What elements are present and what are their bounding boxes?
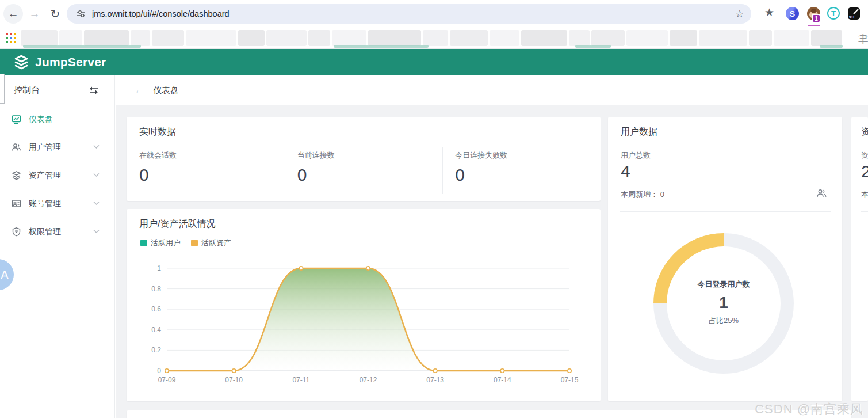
back-icon[interactable]: ← (3, 4, 23, 24)
legend-item-active-users[interactable]: 活跃用户 (140, 238, 181, 248)
reload-icon[interactable]: ↻ (45, 4, 65, 24)
sidebar-item-label: 仪表盘 (29, 115, 53, 125)
bookmark-item[interactable] (59, 30, 82, 46)
content-area: 实时数据 在线会话数 0 当前连接数 0 今日连接失败数 0 用户数据 用户总数 (116, 105, 868, 418)
metric-value: 0 (455, 165, 601, 185)
metric-failed-connections: 今日连接失败数 0 (442, 147, 601, 194)
bookmark-item[interactable] (186, 30, 236, 46)
users-group-icon (816, 188, 827, 198)
shield-icon (12, 227, 21, 237)
browser-toolbar: ← → ↻ jms.ownit.top/ui/#/console/dashboa… (0, 0, 868, 28)
chart-xtick-label: 07-15 (561, 376, 579, 384)
bookmark-item[interactable] (774, 30, 809, 46)
bookmark-highlight (23, 45, 141, 48)
bookmark-item[interactable] (368, 30, 421, 46)
sidebar-item-permissions[interactable]: 权限管理 (0, 218, 114, 246)
bookmark-item[interactable] (811, 30, 842, 46)
forward-icon[interactable]: → (25, 4, 44, 24)
chart-xtick-label: 07-10 (225, 376, 243, 384)
card-title: 实时数据 (139, 126, 176, 138)
divider (620, 211, 831, 212)
chart-marker (299, 267, 303, 270)
donut-sub: 占比25% (653, 316, 794, 326)
legend-item-active-assets[interactable]: 活跃资产 (191, 238, 231, 248)
page-back-icon[interactable]: ← (134, 84, 145, 97)
url-text[interactable]: jms.ownit.top/ui/#/console/dashboard (92, 9, 230, 18)
edge-panel-sliver (0, 74, 5, 104)
site-info-icon[interactable] (76, 9, 86, 19)
apps-grid-icon[interactable] (6, 33, 17, 44)
sidebar-item-label: 用户管理 (29, 142, 61, 153)
asset-total-label: 资 (861, 150, 868, 161)
user-data-card: 用户数据 用户总数 4 本周新增： 0 今日登录用户数 1 占比25% (608, 117, 842, 401)
sidebar-title: 控制台 (14, 85, 40, 96)
asset-total-value: 2 (861, 162, 868, 181)
card-title: 用户数据 (621, 126, 657, 138)
bookmarks-overflow-glyph[interactable]: 聿 (858, 32, 868, 46)
address-bar[interactable]: jms.ownit.top/ui/#/console/dashboard ☆ (67, 4, 751, 24)
brand-logo[interactable]: JumpServer (13, 54, 106, 70)
collapse-sidebar-icon[interactable] (88, 85, 100, 96)
metric-label: 当前连接数 (297, 150, 443, 161)
bookmark-item[interactable] (238, 30, 265, 46)
layers-icon (12, 170, 21, 180)
page-header: ← 仪表盘 (116, 75, 868, 105)
sidebar-item-accounts[interactable]: 账号管理 (0, 190, 114, 218)
bookmark-highlight (334, 45, 429, 48)
sidebar-item-dashboard[interactable]: 仪表盘 (0, 106, 114, 134)
bookmark-item[interactable] (749, 30, 772, 46)
bookmark-item[interactable] (591, 30, 625, 46)
bookmark-highlight (820, 45, 843, 48)
legend-swatch (140, 240, 147, 246)
t-extension-icon[interactable]: T (827, 7, 840, 20)
page-title: 仪表盘 (153, 85, 179, 96)
bookmark-item[interactable] (423, 30, 448, 46)
metric-label: 在线会话数 (139, 150, 285, 161)
sidebar-item-users[interactable]: 用户管理 (0, 134, 114, 161)
sidebar-item-label: 资产管理 (29, 170, 61, 181)
bookmark-item[interactable] (626, 30, 668, 46)
asset-data-card-partial: 资 资 2 本 (851, 117, 868, 401)
brand-name: JumpServer (35, 55, 106, 69)
sidebar-item-label: 账号管理 (29, 199, 61, 209)
sidebar-item-assets[interactable]: 资产管理 (0, 162, 114, 189)
chart-ytick-label: 0.6 (151, 305, 161, 313)
bookmark-item[interactable] (21, 30, 58, 46)
bookmark-item[interactable] (308, 30, 330, 46)
s-extension-icon[interactable]: S (786, 7, 799, 20)
bookmark-item[interactable] (84, 30, 129, 46)
bookmark-item[interactable] (332, 30, 366, 46)
donut-center-text: 今日登录用户数 1 占比25% (653, 279, 794, 326)
asset-week-new: 本 (861, 189, 868, 200)
bookmark-item[interactable] (569, 30, 590, 46)
bookmark-item[interactable] (521, 30, 567, 46)
chevron-down-icon (93, 229, 100, 234)
chart-xtick-label: 07-09 (158, 376, 176, 384)
bookmark-item[interactable] (699, 30, 747, 46)
bookmark-item[interactable] (490, 30, 519, 46)
users-icon (12, 142, 21, 152)
bookmark-item[interactable] (670, 30, 697, 46)
chart-ytick-label: 0.2 (151, 346, 161, 354)
bookmark-item[interactable] (266, 30, 307, 46)
chart-xtick-label: 07-11 (292, 376, 309, 384)
screen: ← → ↻ jms.ownit.top/ui/#/console/dashboa… (0, 0, 868, 418)
bookmark-star-icon[interactable]: ☆ (735, 7, 744, 20)
metric-label: 今日连接失败数 (455, 150, 601, 161)
bookmark-item[interactable] (450, 30, 488, 46)
translate-extension-icon[interactable]: en (848, 7, 860, 20)
sidebar: 控制台 仪表盘 (0, 75, 115, 418)
chart-ytick-label: 0.4 (151, 326, 161, 334)
chart-xtick-label: 07-14 (494, 376, 511, 384)
chevron-down-icon (93, 145, 100, 149)
chart-marker (433, 369, 437, 373)
activity-chart-card: 用户/资产活跃情况 活跃用户 活跃资产 00.20.40.60.8107-090… (127, 209, 601, 401)
user-week-new-value: 0 (660, 190, 664, 199)
starred-extension-icon[interactable]: ★ (764, 6, 774, 19)
bookmark-item[interactable] (152, 30, 184, 46)
user-week-new-label: 本周新增： (621, 190, 658, 199)
bookmark-item[interactable] (131, 30, 150, 46)
id-card-icon (12, 199, 21, 208)
chart-marker (232, 369, 235, 373)
metric-value: 0 (297, 165, 443, 185)
